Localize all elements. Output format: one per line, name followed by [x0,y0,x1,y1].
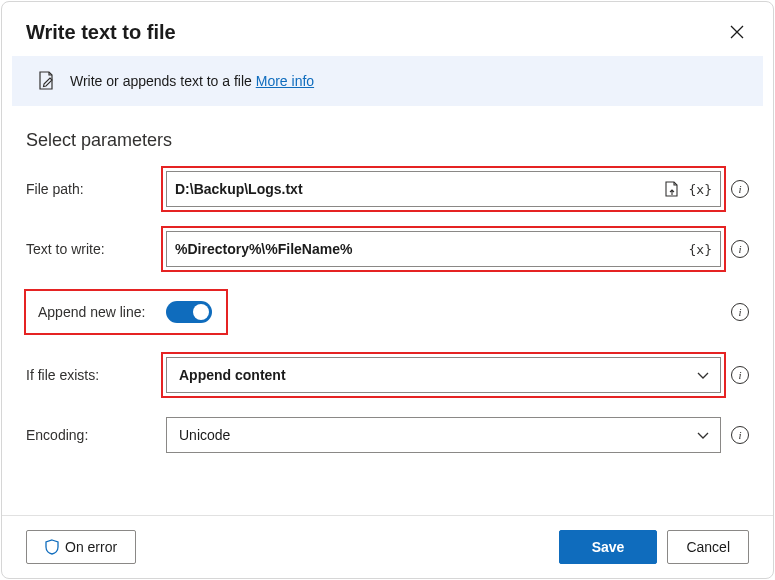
save-label: Save [592,539,625,555]
encoding-select[interactable]: Unicode [166,417,721,453]
shield-icon [45,539,59,555]
variable-icon[interactable]: {x} [689,182,712,197]
chevron-down-icon [696,428,710,442]
cancel-button[interactable]: Cancel [667,530,749,564]
on-error-button[interactable]: On error [26,530,136,564]
info-icon[interactable]: i [731,426,749,444]
section-title: Select parameters [26,130,749,151]
text-to-write-input[interactable]: %Directory%\%FileName% {x} [166,231,721,267]
file-path-input[interactable]: D:\Backup\Logs.txt {x} [166,171,721,207]
append-new-line-toggle[interactable] [166,301,212,323]
file-select-icon[interactable] [663,180,681,198]
chevron-down-icon [696,368,710,382]
dialog-header: Write text to file [2,2,773,56]
close-icon [729,24,745,40]
file-path-value: D:\Backup\Logs.txt [175,181,663,197]
info-icon[interactable]: i [731,303,749,321]
file-path-label: File path: [26,181,154,197]
info-icon[interactable]: i [731,366,749,384]
on-error-label: On error [65,539,117,555]
info-bar: Write or appends text to a file More inf… [12,56,763,106]
encoding-label: Encoding: [26,427,154,443]
dialog-title: Write text to file [26,21,176,44]
toggle-knob [193,304,209,320]
info-text: Write or appends text to a file [70,73,252,89]
append-new-line-highlight: Append new line: [26,291,226,333]
more-info-link[interactable]: More info [256,73,314,89]
save-button[interactable]: Save [559,530,658,564]
if-file-exists-row: If file exists: Append content i [26,357,749,393]
info-icon[interactable]: i [731,240,749,258]
encoding-value: Unicode [179,427,230,443]
if-file-exists-label: If file exists: [26,367,154,383]
dialog-footer: On error Save Cancel [2,515,773,578]
text-to-write-row: Text to write: %Directory%\%FileName% {x… [26,231,749,267]
write-text-to-file-dialog: Write text to file Write or appends text… [1,1,774,579]
dialog-body: Select parameters File path: D:\Backup\L… [2,106,773,515]
file-path-row: File path: D:\Backup\Logs.txt {x} i [26,171,749,207]
info-icon[interactable]: i [731,180,749,198]
append-new-line-row: Append new line: i [26,291,749,333]
encoding-row: Encoding: Unicode i [26,417,749,453]
close-button[interactable] [725,20,749,44]
if-file-exists-select[interactable]: Append content [166,357,721,393]
text-to-write-value: %Directory%\%FileName% [175,241,689,257]
file-edit-icon [36,70,58,92]
append-new-line-label: Append new line: [26,304,166,320]
variable-icon[interactable]: {x} [689,242,712,257]
cancel-label: Cancel [686,539,730,555]
text-to-write-label: Text to write: [26,241,154,257]
if-file-exists-value: Append content [179,367,286,383]
